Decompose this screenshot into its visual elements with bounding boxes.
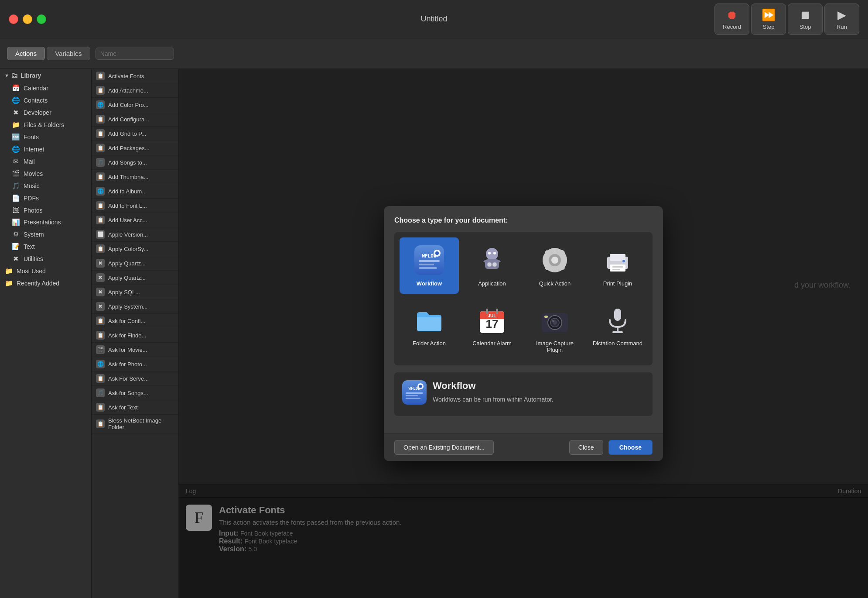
action-item[interactable]: 📋 Bless NetBoot Image Folder (92, 415, 178, 433)
action-item[interactable]: ✖ Apply Quartz... (92, 271, 178, 285)
doc-type-label: Print Plugin (603, 280, 632, 287)
run-button[interactable]: ▶ Run (824, 3, 859, 35)
action-item[interactable]: 📋 Ask for Confi... (92, 314, 178, 328)
sidebar-item-label: Movies (24, 170, 43, 177)
sidebar-item-label: Recently Added (17, 280, 59, 287)
action-icon: ✖ (96, 288, 105, 296)
sidebar-item-photos[interactable]: 🖼 Photos (0, 204, 91, 216)
action-item[interactable]: 📋 Add Attachme... (92, 83, 178, 98)
open-existing-button[interactable]: Open an Existing Document... (394, 440, 494, 455)
search-input[interactable] (96, 48, 174, 60)
tab-actions[interactable]: Actions (7, 47, 45, 60)
toolbar-row2: Actions Variables (0, 38, 868, 69)
svg-rect-44 (544, 316, 548, 318)
sidebar-item-presentations[interactable]: 📊 Presentations (0, 216, 91, 228)
svg-text:17: 17 (486, 317, 499, 330)
sidebar-item-system[interactable]: ⚙ System (0, 228, 91, 241)
minimize-button[interactable] (23, 14, 32, 24)
action-item[interactable]: 📋 Ask for Text (92, 400, 178, 415)
sidebar-item-music[interactable]: 🎵 Music (0, 180, 91, 192)
action-item[interactable]: 📋 Add User Acc... (92, 213, 178, 227)
action-item[interactable]: 🌐 Add Color Pro... (92, 98, 178, 112)
action-item[interactable]: 📋 Add Grid to P... (92, 127, 178, 141)
action-label: Add Attachme... (108, 87, 148, 94)
sidebar-item-calendar[interactable]: 📅 Calendar (0, 82, 91, 94)
action-icon: 📋 (96, 374, 105, 383)
choose-button[interactable]: Choose (608, 440, 653, 455)
sidebar-item-text[interactable]: 📝 Text (0, 241, 91, 253)
action-item[interactable]: 📋 Activate Fonts (92, 69, 178, 83)
doc-type-label: Dictation Command (593, 340, 642, 347)
close-button[interactable]: Close (569, 440, 603, 455)
action-item[interactable]: 🎵 Ask for Songs... (92, 386, 178, 400)
action-item[interactable]: 📋 Add Thumbna... (92, 170, 178, 184)
sidebar-item-contacts[interactable]: 🌐 Contacts (0, 94, 91, 107)
svg-point-31 (622, 260, 625, 262)
doc-type-print-plugin[interactable]: Print Plugin (588, 237, 647, 294)
doc-type-label: Application (478, 280, 506, 287)
doc-type-workflow[interactable]: WFLOW Workflow (400, 237, 459, 294)
action-item[interactable]: 📋 Ask For Serve... (92, 371, 178, 386)
svg-rect-29 (612, 266, 623, 268)
sidebar-item-developer[interactable]: ✖ Developer (0, 107, 91, 119)
sidebar-item-utilities[interactable]: ✖ Utilities (0, 253, 91, 265)
action-item[interactable]: 📋 Ask for Finde... (92, 328, 178, 343)
close-button[interactable] (9, 14, 18, 24)
action-item[interactable]: 📋 Add Configura... (92, 112, 178, 127)
svg-point-7 (486, 248, 498, 260)
sidebar-item-files-folders[interactable]: 📁 Files & Folders (0, 119, 91, 131)
sidebar-library-header[interactable]: ▼ 🗂 Library (0, 69, 91, 82)
doc-type-dictation[interactable]: Dictation Command (588, 297, 647, 360)
action-item[interactable]: 📋 Add to Font L... (92, 199, 178, 213)
maximize-button[interactable] (37, 14, 46, 24)
stop-button[interactable]: ⏹ Stop (788, 3, 823, 35)
sidebar-item-mail[interactable]: ✉ Mail (0, 155, 91, 168)
sidebar-item-label: Most Used (17, 268, 46, 275)
svg-rect-51 (406, 395, 418, 396)
svg-point-17 (551, 257, 558, 264)
step-button[interactable]: ⏩ Step (751, 3, 786, 35)
action-label: Add to Album... (108, 188, 147, 195)
action-item[interactable]: ✖ Apply System... (92, 299, 178, 314)
modal-title: Choose a type for your document: (394, 217, 653, 224)
action-item[interactable]: 🌐 Ask for Photo... (92, 357, 178, 371)
sidebar-item-recently-added[interactable]: 📁 Recently Added (0, 277, 91, 289)
doc-type-folder-action[interactable]: Folder Action (400, 297, 459, 360)
action-label: Add Songs to... (108, 159, 147, 166)
action-item[interactable]: ⬜ Apple Version... (92, 227, 178, 242)
run-label: Run (837, 24, 847, 30)
action-item[interactable]: ✖ Apply Quartz... (92, 256, 178, 271)
action-icon: 📋 (96, 403, 105, 412)
action-label: Ask for Confi... (108, 318, 145, 324)
action-icon: 🌐 (96, 100, 105, 109)
doc-type-image-capture[interactable]: Image Capture Plugin (525, 297, 584, 360)
doc-type-label: Image Capture Plugin (529, 340, 581, 353)
image-capture-icon (539, 304, 571, 336)
sidebar-item-pdfs[interactable]: 📄 PDFs (0, 192, 91, 204)
sidebar-item-label: Calendar (24, 85, 48, 92)
sidebar-item-internet[interactable]: 🌐 Internet (0, 143, 91, 155)
doc-type-application[interactable]: Application (462, 237, 522, 294)
action-label: Apply Quartz... (108, 275, 146, 281)
record-button[interactable]: ⏺ Record (714, 3, 749, 35)
doc-type-quick-action[interactable]: Quick Action (525, 237, 584, 294)
quick-action-icon (539, 244, 571, 276)
action-item[interactable]: 📋 Add Packages... (92, 141, 178, 155)
action-item[interactable]: ✖ Apply SQL... (92, 285, 178, 299)
sidebar: ▼ 🗂 Library 📅 Calendar 🌐 Contacts ✖ Deve… (0, 69, 92, 598)
action-item[interactable]: 🎬 Ask for Movie... (92, 343, 178, 357)
sidebar-item-movies[interactable]: 🎬 Movies (0, 168, 91, 180)
sidebar-item-most-used[interactable]: 📁 Most Used (0, 265, 91, 277)
action-item[interactable]: 📋 Apply ColorSy... (92, 242, 178, 256)
files-icon: 📁 (11, 121, 20, 129)
sidebar-item-label: System (24, 231, 44, 238)
action-item[interactable]: 🎵 Add Songs to... (92, 155, 178, 170)
action-icon: ✖ (96, 259, 105, 268)
presentations-icon: 📊 (11, 218, 20, 226)
doc-type-calendar-alarm[interactable]: JUL 17 Calendar Alarm (462, 297, 522, 360)
action-item[interactable]: 🌐 Add to Album... (92, 184, 178, 199)
tab-variables[interactable]: Variables (47, 47, 90, 60)
sidebar-item-fonts[interactable]: 🔤 Fonts (0, 131, 91, 143)
step-icon: ⏩ (762, 8, 776, 22)
main-layout: ▼ 🗂 Library 📅 Calendar 🌐 Contacts ✖ Deve… (0, 69, 868, 598)
